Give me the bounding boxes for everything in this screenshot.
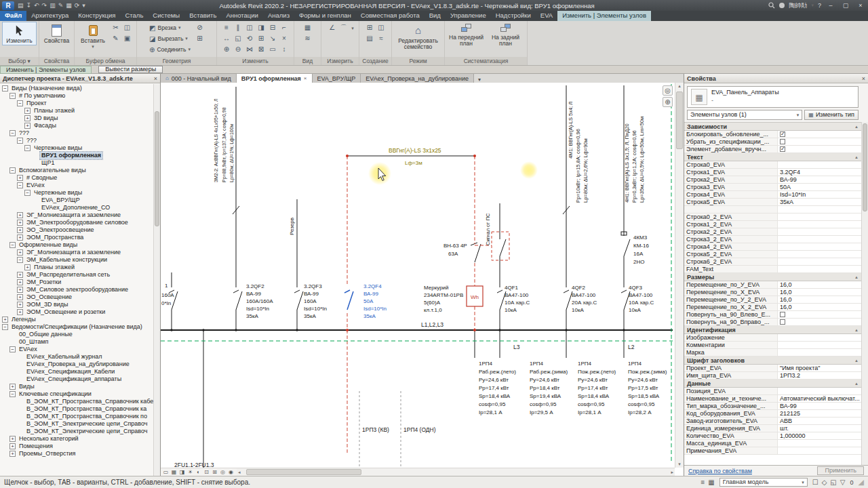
print-icon[interactable]: ▥ bbox=[50, 1, 56, 10]
browser-tree-item[interactable]: В_ЭОМ_КТ_Пространства_Справочник ка bbox=[0, 405, 153, 413]
view-tab-overflow-icon[interactable]: ▾ bbox=[476, 77, 483, 83]
browser-tree-item[interactable]: +Планы этажей bbox=[0, 107, 153, 115]
section-collapse-icon[interactable]: ▲ bbox=[854, 155, 859, 159]
browser-tree-item[interactable]: 00_Штамп bbox=[0, 338, 153, 346]
section-collapse-icon[interactable]: ▲ bbox=[854, 125, 859, 129]
collapse-icon[interactable]: − bbox=[24, 190, 31, 196]
mirror-axis-icon[interactable]: ◫ bbox=[244, 22, 256, 33]
expand-icon[interactable]: + bbox=[24, 108, 31, 114]
property-checkbox[interactable] bbox=[780, 146, 785, 152]
view-tab[interactable]: ⌂000 - Начальный вид bbox=[161, 74, 237, 83]
property-row[interactable]: Строка4_EVAIsd=10*In bbox=[684, 191, 861, 199]
property-value[interactable] bbox=[778, 146, 861, 152]
property-row[interactable]: Имя_щита_EVA1РП3.2 bbox=[684, 372, 861, 380]
property-value[interactable] bbox=[778, 214, 861, 220]
view-tab-close-icon[interactable]: × bbox=[304, 75, 307, 83]
browser-tree-item[interactable]: −Виды (Назначение вида) bbox=[0, 85, 153, 92]
sync-icon[interactable]: ⟳ bbox=[75, 1, 80, 10]
ribbon-tab[interactable]: Вид bbox=[425, 11, 446, 21]
filter-icon[interactable]: ▽ bbox=[840, 479, 846, 486]
property-row[interactable]: Наименование_и_техниче...Автоматический … bbox=[684, 395, 861, 403]
browser-tree-item[interactable]: EVA_ВРУ/ЩР bbox=[0, 197, 153, 204]
collapse-icon[interactable]: − bbox=[9, 391, 16, 397]
expand-icon[interactable]: + bbox=[9, 384, 16, 390]
expand-icon[interactable]: + bbox=[17, 235, 23, 241]
cut-geometry-button[interactable]: ◪Вырезать▾ bbox=[148, 33, 192, 44]
create-group-icon[interactable]: ⊞ bbox=[364, 22, 376, 33]
browser-tree-item[interactable]: −Проект bbox=[0, 100, 153, 107]
revit-logo[interactable]: R bbox=[2, 1, 14, 10]
thin-lines-icon[interactable]: ≋ bbox=[302, 33, 313, 43]
browser-tree-item[interactable]: −Оформленные виды bbox=[0, 241, 153, 249]
collapse-icon[interactable]: − bbox=[9, 346, 16, 352]
expand-icon[interactable]: + bbox=[17, 272, 23, 278]
expand-icon[interactable]: + bbox=[17, 212, 23, 218]
property-value[interactable] bbox=[778, 440, 861, 447]
property-row[interactable]: Проект_EVA"Имя проекта" bbox=[684, 365, 861, 372]
array-icon[interactable]: ⊞ bbox=[256, 33, 267, 43]
browser-tree-item[interactable]: +# Сводные bbox=[0, 174, 153, 182]
expand-icon[interactable]: + bbox=[17, 175, 23, 181]
browser-tree-item[interactable]: +ЭО_Электроосвещение bbox=[0, 226, 153, 234]
property-value[interactable]: ВА-99 bbox=[778, 176, 861, 183]
property-row[interactable]: Строка1_2_EVA bbox=[684, 221, 861, 228]
scroll-down-icon[interactable]: ▾ bbox=[675, 462, 684, 467]
expand-icon[interactable]: + bbox=[24, 264, 31, 270]
property-value[interactable] bbox=[778, 258, 861, 265]
property-row[interactable]: Строка0_EVA bbox=[684, 161, 861, 169]
property-checkbox[interactable] bbox=[780, 319, 785, 325]
visual-style-icon[interactable]: ◨ bbox=[178, 468, 186, 476]
panel-label-geometry[interactable]: Геометрия bbox=[137, 57, 216, 65]
view-tab[interactable]: EVAex_Проверка_на_дублирование bbox=[361, 74, 474, 83]
ribbon-tab[interactable]: Формы и генплан bbox=[294, 11, 356, 21]
property-row[interactable]: Завод-изготовитель_EVAАВВ bbox=[684, 418, 861, 425]
collapse-icon[interactable]: − bbox=[9, 167, 16, 174]
scale-icon[interactable]: ↘ bbox=[267, 33, 279, 43]
match-type-icon[interactable]: ✎ bbox=[110, 33, 121, 43]
pin-icon[interactable]: ⊕ bbox=[221, 44, 233, 54]
exclude-options-icon[interactable]: ◇ bbox=[822, 479, 827, 486]
move-icon[interactable]: ↔ bbox=[221, 33, 233, 43]
browser-tree-item[interactable]: EVAex_Спецификация_аппараты bbox=[0, 375, 153, 383]
browser-tree-item[interactable]: −Чертежные виды bbox=[0, 189, 153, 197]
property-value[interactable] bbox=[778, 236, 861, 243]
apply-button[interactable]: Применить bbox=[817, 466, 864, 475]
browser-tree-item[interactable]: +ЭО_Освещение bbox=[0, 293, 153, 301]
collapse-icon[interactable]: − bbox=[2, 85, 8, 92]
vertical-scroll-thumb[interactable] bbox=[676, 92, 683, 149]
property-value[interactable] bbox=[778, 131, 861, 138]
measure-arc-icon[interactable]: ⌒ bbox=[338, 22, 349, 33]
visibility-icon[interactable]: ▦ bbox=[302, 22, 313, 33]
property-checkbox[interactable] bbox=[780, 131, 785, 137]
browser-tree-item[interactable]: +ЭОМ_Освещение и розетки bbox=[0, 308, 153, 316]
ribbon-tab[interactable]: Вставить bbox=[184, 11, 221, 21]
split-icon[interactable]: ⊟ bbox=[267, 22, 279, 33]
property-row[interactable]: Перемещение_по_У_EVA16,0 bbox=[684, 281, 861, 289]
measure-dropdown-icon[interactable]: ▾ bbox=[351, 26, 354, 31]
property-row[interactable]: Перемещение_по_Х_2_EVA16,0 bbox=[684, 304, 861, 311]
edit-type-button[interactable]: ▦ Изменить тип bbox=[804, 110, 859, 120]
property-section-header[interactable]: Размеры▲ bbox=[684, 273, 861, 281]
panel-label-mode[interactable]: Режим bbox=[392, 57, 444, 65]
collapse-icon[interactable]: − bbox=[17, 182, 23, 188]
active-model-select[interactable]: Главная модель ▾ bbox=[719, 478, 808, 487]
delete-icon[interactable]: × bbox=[279, 33, 290, 43]
browser-tree-item[interactable]: +ЭОМ_3D виды bbox=[0, 301, 153, 308]
property-checkbox[interactable] bbox=[780, 312, 785, 317]
steering-wheel-icon[interactable]: ◎ bbox=[663, 85, 673, 96]
property-row[interactable]: Количество_EVA1,000000 bbox=[684, 432, 861, 440]
view-tab[interactable]: EVA_ВРУ/ЩР bbox=[313, 74, 361, 83]
expand-icon[interactable]: + bbox=[17, 249, 23, 256]
browser-tree-item[interactable]: +ЭМ_Розетки bbox=[0, 279, 153, 286]
copy-element-icon[interactable]: ◱ bbox=[233, 33, 244, 43]
shadows-icon[interactable]: ◐ bbox=[195, 468, 202, 476]
collapse-icon[interactable]: − bbox=[9, 242, 16, 248]
property-row[interactable]: Примечания_EVA bbox=[684, 447, 861, 455]
user-name[interactable]: 陶帥勛 bbox=[789, 1, 807, 10]
property-row[interactable]: Код_оборудования_EVA212125 bbox=[684, 410, 861, 418]
open-icon[interactable]: ▤ bbox=[18, 1, 24, 10]
property-value[interactable]: Автоматический выключат... bbox=[778, 395, 861, 402]
browser-tree-item[interactable]: В_ЭОМ_КТ_Пространства_Справочник кабелей bbox=[0, 398, 153, 405]
element-filter-combo[interactable]: Элементы узлов (1) ▾ bbox=[687, 110, 802, 120]
browser-tree-item[interactable]: −# По умолчанию bbox=[0, 92, 153, 100]
